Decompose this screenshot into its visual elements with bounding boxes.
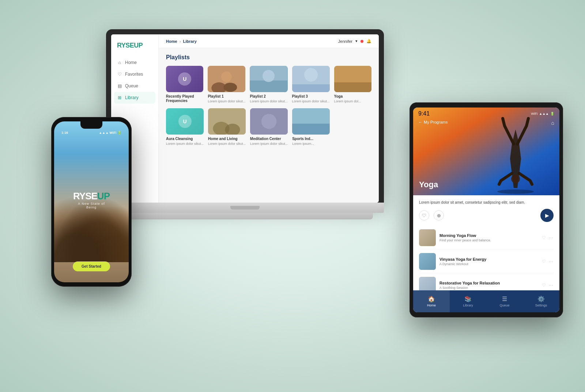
notification-dot[interactable] (361, 40, 363, 43)
app-header: Home › Library Jennifer ▾ 🔔 (159, 34, 379, 48)
sidebar-item-library[interactable]: ⊞ Library (114, 92, 155, 103)
tab-library[interactable]: 📚 Library (450, 290, 486, 312)
playlist-name-4: Yoga (334, 94, 371, 99)
play-button[interactable]: ▶ (540, 209, 554, 222)
playlist-desc-3: Lorem ipsum dolor sikut... (292, 99, 330, 103)
wifi-icon: WiFi (531, 112, 537, 116)
breadcrumb: Home › Library (166, 39, 197, 44)
tablet-status-icons: WiFi ▲▲▲ 🔋 (531, 112, 554, 116)
sidebar-item-home[interactable]: ⌂ Home (111, 57, 158, 68)
sidebar-item-home-label: Home (125, 60, 137, 65)
playlist-thumb-8 (292, 108, 329, 135)
action-buttons-left: ♡ ⊕ (419, 210, 444, 220)
user-dropdown-icon: ▾ (355, 39, 358, 44)
user-area: Jennifer ▾ 🔔 (338, 39, 371, 44)
svg-rect-5 (250, 80, 287, 92)
track-more-2[interactable]: ··· (549, 283, 554, 288)
sidebar-item-queue[interactable]: ▤ Queue (111, 80, 158, 92)
track-info-2: Restorative Yoga for Relaxation A Soothi… (439, 281, 538, 290)
tab-library-icon: 📚 (464, 295, 472, 302)
tablet-device: 9:41 WiFi ▲▲▲ 🔋 ← My Programs ⌂ (410, 102, 563, 317)
laptop-device: RYSEUP ⌂ Home ♡ Favorites ▤ Queue ⊞ Libr… (106, 29, 384, 219)
sidebar-item-favorites-label: Favorites (125, 72, 143, 77)
playlist-thumb-5: U (166, 108, 204, 135)
track-info-0: Morning Yoga Flow Find your inner peace … (439, 233, 538, 242)
hero-title: Yoga (419, 180, 438, 189)
tab-queue-icon: ☰ (502, 295, 507, 302)
playlist-card-7[interactable]: Meditation Center Lorem ipsum dolor siku… (250, 108, 288, 146)
track-heart-0[interactable]: ♡ (542, 235, 546, 240)
tab-home-label: Home (427, 304, 436, 307)
logo-text: RYSEUP (117, 42, 143, 49)
svg-point-19 (497, 189, 534, 194)
svg-point-3 (222, 71, 232, 82)
track-thumbnail-2 (419, 277, 436, 290)
track-list: Morning Yoga Flow Find your inner peace … (419, 226, 554, 290)
phone-brand: RYSEUP A New State of Being (73, 191, 110, 209)
tab-queue[interactable]: ☰ Queue (486, 290, 523, 312)
track-more-1[interactable]: ··· (549, 259, 554, 264)
track-heart-1[interactable]: ♡ (542, 259, 546, 264)
playlist-card-5[interactable]: U Aura Cleansing Lorem ipsum dolor sikut… (166, 108, 204, 146)
playlist-card-8[interactable]: Sports Ind... Lorem ipsum... (292, 108, 329, 146)
ryseup-logo-thumb2: U (178, 115, 192, 128)
tablet-time: 9:41 (418, 110, 430, 117)
tab-queue-label: Queue (499, 304, 509, 307)
playlist-thumb-6 (208, 108, 246, 135)
tab-home[interactable]: 🏠 Home (413, 290, 450, 312)
library-icon: ⊞ (117, 95, 122, 100)
laptop-foot (117, 213, 373, 219)
home-button[interactable]: ⌂ (551, 120, 554, 126)
playlist-card-1[interactable]: Playlist 1 Lorem ipsum dolor sikut... (208, 66, 245, 103)
tablet-nav: 🏠 Home 📚 Library ☰ Queue ⚙️ Settings (413, 290, 559, 312)
playlist-card-4[interactable]: Yoga Lorem ipsum dol... (334, 66, 371, 103)
back-button[interactable]: ← My Programs (418, 120, 448, 124)
playlist-desc-4: Lorem ipsum dol... (334, 99, 371, 103)
tablet-status-bar: 9:41 WiFi ▲▲▲ 🔋 (413, 108, 559, 118)
playlist-name-3: Playlist 3 (292, 94, 330, 99)
playlist-thumb-4 (334, 66, 371, 92)
tablet-description: Lorem ipsum dolor sit amet, consetetur s… (419, 200, 554, 205)
track-item-1: Vinyasa Yoga for Energy A Dynamic Workou… (419, 250, 554, 273)
track-name-2: Restorative Yoga for Relaxation (439, 281, 538, 285)
svg-point-6 (263, 70, 275, 82)
tab-settings[interactable]: ⚙️ Settings (523, 290, 559, 312)
phone-brand-name: RYSEUP (73, 191, 110, 202)
playlist-card-2[interactable]: Playlist 2 Lorem ipsum dolor sikut... (250, 66, 287, 103)
tablet-screen: 9:41 WiFi ▲▲▲ 🔋 ← My Programs ⌂ (413, 108, 559, 312)
track-actions-2: ♡ ··· (542, 283, 554, 288)
playlist-desc-7: Lorem ipsum dolor sikut... (250, 142, 288, 146)
playlist-name-1: Playlist 1 (208, 94, 245, 99)
breadcrumb-home[interactable]: Home (166, 39, 177, 44)
bell-icon[interactable]: 🔔 (366, 39, 371, 44)
add-button[interactable]: ⊕ (434, 210, 444, 220)
brand-up: UP (97, 191, 110, 201)
brand-ryse: RYSE (73, 191, 97, 201)
playlist-card-3[interactable]: Playlist 3 Lorem ipsum dolor sikut... (292, 66, 330, 103)
track-actions-0: ♡ ··· (542, 235, 554, 240)
phone-status-bar: 1:16 ▲▲▲ WiFi 🔋 (54, 129, 129, 136)
sidebar-item-favorites[interactable]: ♡ Favorites (111, 68, 158, 80)
get-started-button[interactable]: Get Started (73, 261, 110, 271)
playlist-desc-5: Lorem ipsum dolor sikut... (166, 142, 204, 146)
playlist-card-0[interactable]: U Recently Played Frequencies (166, 66, 203, 103)
track-name-1: Vinyasa Yoga for Energy (439, 257, 538, 261)
track-heart-2[interactable]: ♡ (542, 283, 546, 288)
back-label: My Programs (424, 120, 448, 124)
playlist-name-7: Meditation Center (250, 137, 288, 141)
track-thumbnail-0 (419, 229, 436, 246)
battery-icon: 🔋 (550, 112, 554, 116)
svg-rect-11 (334, 82, 371, 92)
track-actions-1: ♡ ··· (542, 259, 554, 264)
playlist-thumb-2 (250, 66, 287, 92)
playlist-card-6[interactable]: Home and Living Lorem ipsum dolor sikut.… (208, 108, 246, 146)
playlist-desc-6: Lorem ipsum dolor sikut... (208, 142, 246, 146)
phone-screen: 1:16 ▲▲▲ WiFi 🔋 RYSEUP A New State of Be… (54, 121, 129, 282)
favorite-button[interactable]: ♡ (419, 210, 429, 220)
track-thumbnail-1 (419, 253, 436, 270)
track-more-0[interactable]: ··· (549, 235, 554, 240)
track-sub-1: A Dynamic Workout (439, 262, 538, 266)
svg-rect-18 (292, 124, 329, 135)
laptop-frame: RYSEUP ⌂ Home ♡ Favorites ▤ Queue ⊞ Libr… (106, 29, 384, 203)
playlist-thumb-7 (250, 108, 288, 135)
